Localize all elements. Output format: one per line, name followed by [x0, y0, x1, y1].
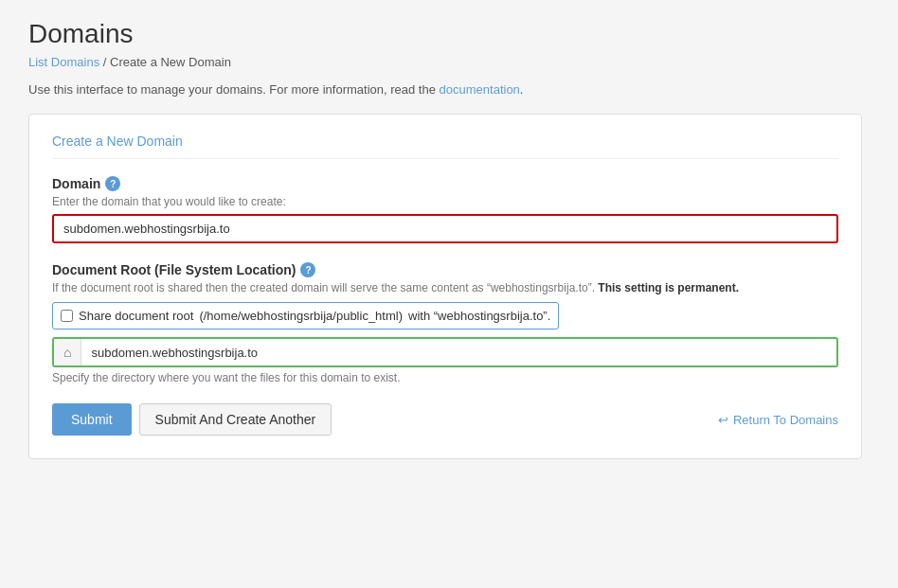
share-docroot-row: Share document root (/home/webhostingsrb… — [52, 302, 559, 330]
actions-bar: Submit Submit And Create Another ↩ Retur… — [52, 403, 838, 436]
breadcrumb-separator: / — [103, 55, 110, 69]
checkbox-label-suffix: with “webhostingsrbija.to”. — [408, 309, 550, 323]
docroot-help-icon[interactable]: ? — [300, 262, 315, 277]
submit-another-button[interactable]: Submit And Create Another — [139, 403, 332, 436]
domain-input[interactable] — [52, 214, 838, 243]
breadcrumb: List Domains / Create a New Domain — [28, 55, 870, 69]
documentation-link[interactable]: documentation — [440, 82, 520, 97]
docroot-section: Document Root (File System Location) ? I… — [52, 262, 838, 384]
checkbox-label-path: (/home/webhostingsrbija/public_html) — [199, 309, 403, 323]
submit-button[interactable]: Submit — [52, 403, 132, 436]
breadcrumb-current: Create a New Domain — [110, 55, 231, 69]
return-to-domains-link[interactable]: ↩ Return To Domains — [718, 413, 838, 427]
card-title: Create a New Domain — [52, 134, 838, 159]
docroot-label: Document Root (File System Location) ? — [52, 262, 838, 277]
home-icon: ⌂ — [54, 339, 81, 365]
share-docroot-checkbox[interactable] — [61, 310, 73, 322]
checkbox-label-prefix: Share document root — [79, 309, 193, 323]
docroot-info: If the document root is shared then the … — [52, 281, 838, 294]
docroot-hint: Specify the directory where you want the… — [52, 371, 838, 384]
dir-input-wrapper: ⌂ — [52, 337, 838, 367]
docroot-directory-input[interactable] — [81, 340, 836, 365]
return-arrow-icon: ↩ — [718, 413, 728, 427]
domain-label: Domain ? — [52, 176, 838, 191]
actions-left: Submit Submit And Create Another — [52, 403, 332, 436]
domain-section: Domain ? Enter the domain that you would… — [52, 176, 838, 243]
domain-description: Enter the domain that you would like to … — [52, 195, 838, 208]
info-text: Use this interface to manage your domain… — [28, 82, 870, 97]
page-title: Domains — [28, 19, 870, 49]
return-label: Return To Domains — [733, 413, 838, 427]
breadcrumb-parent-link[interactable]: List Domains — [28, 55, 99, 69]
create-domain-card: Create a New Domain Domain ? Enter the d… — [28, 114, 862, 459]
domain-help-icon[interactable]: ? — [105, 176, 120, 191]
